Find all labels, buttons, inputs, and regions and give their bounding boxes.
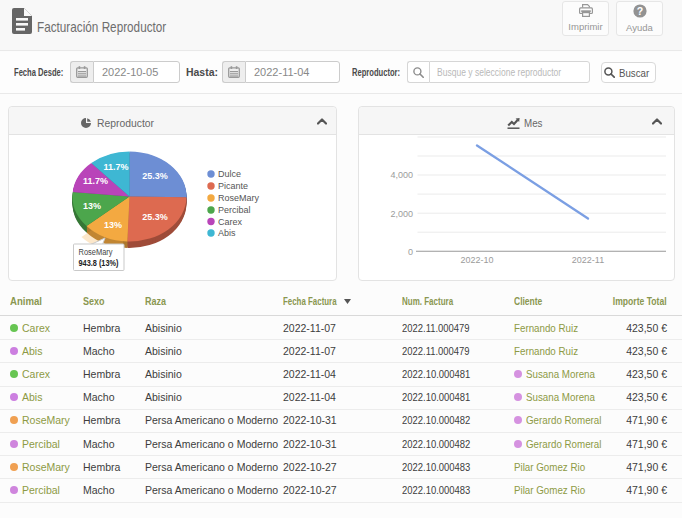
svg-text:25.3%: 25.3% (142, 212, 168, 222)
svg-text:13%: 13% (83, 201, 101, 211)
svg-text:2022-10: 2022-10 (460, 255, 493, 265)
svg-text:11.7%: 11.7% (103, 162, 128, 172)
svg-text:Abis: Abis (218, 228, 236, 238)
svg-text:Dulce: Dulce (218, 169, 241, 179)
svg-text:2022-11: 2022-11 (572, 255, 604, 265)
svg-text:25.3%: 25.3% (142, 171, 168, 181)
svg-text:4,000: 4,000 (390, 170, 413, 180)
svg-text:0: 0 (408, 247, 413, 257)
svg-text:Picante: Picante (218, 181, 248, 191)
svg-text:Carex: Carex (218, 217, 243, 227)
svg-text:RoseMary: RoseMary (79, 247, 114, 257)
svg-text:13%: 13% (104, 220, 122, 230)
svg-text:11.7%: 11.7% (83, 176, 108, 186)
svg-text:2,000: 2,000 (390, 209, 413, 219)
svg-text:943.8 (13%): 943.8 (13%) (79, 258, 119, 268)
svg-text:Percibal: Percibal (218, 205, 251, 215)
svg-text:RoseMary: RoseMary (218, 193, 260, 203)
svg-text:?: ? (636, 5, 642, 17)
